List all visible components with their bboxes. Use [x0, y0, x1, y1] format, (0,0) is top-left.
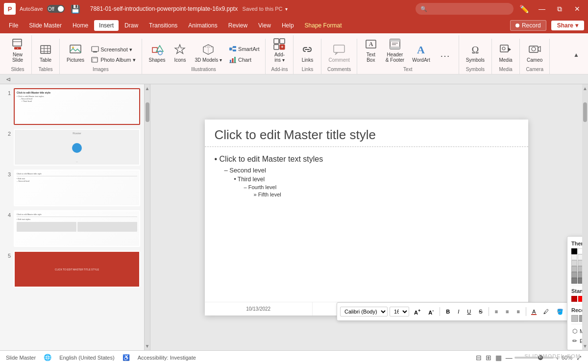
slide-content[interactable]: • Click to edit Master text styles – Sec…	[205, 147, 528, 207]
underline-button[interactable]: U	[464, 307, 474, 316]
close-button[interactable]: ✕	[570, 2, 584, 16]
search-bar[interactable]: 🔍	[416, 3, 514, 15]
slide-title[interactable]: Click to edit Master title style	[205, 120, 528, 147]
textbox-button[interactable]: A TextBox	[361, 35, 381, 65]
new-slide-button[interactable]: ▾ NewSlide	[8, 35, 27, 65]
symbols-button[interactable]: Ω Symbols	[463, 41, 488, 65]
align-right-button[interactable]: ≡	[514, 307, 522, 316]
tc-4-0[interactable]	[571, 272, 577, 278]
view-grid-button[interactable]: ⊞	[486, 354, 491, 362]
cameo-button[interactable]: Cameo	[524, 41, 545, 65]
align-left-button[interactable]: ≡	[492, 307, 501, 316]
font-size-select[interactable]: 16	[390, 307, 409, 316]
collapse-panel-button[interactable]: ⊲	[4, 75, 13, 84]
record-button[interactable]: Record	[510, 20, 546, 31]
ribbon-collapse-button[interactable]: ▲	[570, 49, 582, 60]
shapes-button[interactable]: Shapes	[146, 41, 169, 65]
font-size-decrease-button[interactable]: A-	[425, 307, 437, 317]
menu-insert[interactable]: Insert	[94, 20, 119, 31]
tc-1-1[interactable]	[578, 254, 582, 260]
theme-color-grid	[571, 248, 582, 284]
tc-5-0[interactable]	[571, 278, 577, 284]
menu-transitions[interactable]: Transitions	[144, 20, 182, 31]
photo-album-button[interactable]: Photo Album ▾	[89, 55, 137, 65]
align-center-button[interactable]: ≡	[503, 307, 512, 316]
slide-thumbnail-3[interactable]: 3 Click to edit Master title style • Edi…	[4, 170, 140, 206]
eyedropper-button[interactable]: ✏ Eyedropper	[571, 336, 582, 346]
font-size-increase-button[interactable]: A+	[411, 307, 423, 317]
menu-home[interactable]: Home	[68, 20, 93, 31]
3d-models-button[interactable]: 3D Models ▾	[192, 41, 225, 65]
menu-file[interactable]: File	[4, 20, 23, 31]
menu-shape-format[interactable]: Shape Format	[300, 20, 347, 31]
font-color-button[interactable]: A	[529, 307, 539, 316]
strikethrough-button[interactable]: S	[476, 307, 485, 316]
media-button[interactable]: Media	[496, 41, 515, 65]
tc-1-0[interactable]	[571, 254, 577, 260]
tc-2-1[interactable]	[578, 260, 582, 266]
links-button[interactable]: Links	[297, 41, 317, 65]
autosave-toggle[interactable]: Off	[47, 5, 65, 13]
menu-animations[interactable]: Animations	[183, 20, 222, 31]
table-button[interactable]: Table	[36, 41, 55, 65]
bold-button[interactable]: B	[443, 307, 453, 316]
svg-rect-11	[92, 47, 98, 51]
slide-thumbnail-1[interactable]: 1 Click to edit Master title style • Cli…	[4, 88, 140, 125]
view-normal-button[interactable]: ⊟	[476, 354, 482, 362]
slide-thumb-content-4[interactable]: Click to edit Master title style • Edit …	[14, 210, 140, 247]
pen-button[interactable]: ✏️	[517, 2, 531, 16]
slide-panel-scrollbar-thumb[interactable]	[146, 102, 149, 122]
menu-review[interactable]: Review	[223, 20, 252, 31]
editor-scrollbar[interactable]: ▲ ▼	[582, 84, 588, 350]
wordart-button[interactable]: A WordArt	[409, 41, 433, 65]
slide-thumb-content-3[interactable]: Click to edit Master title style • Edit …	[14, 170, 140, 206]
tc-3-1[interactable]	[578, 266, 582, 272]
chart-button[interactable]: Chart	[227, 55, 261, 65]
slide-thumbnail-4[interactable]: 4 Click to edit Master title style • Edi…	[4, 210, 140, 247]
theme-color-white[interactable]	[578, 248, 582, 254]
text-more-button[interactable]: ⋯	[435, 47, 455, 65]
minimize-button[interactable]: —	[535, 2, 549, 16]
editor-scrollbar-thumb[interactable]	[583, 102, 587, 122]
slide-num-2: 2	[4, 131, 11, 137]
paint-bucket-button[interactable]: 🪣	[554, 307, 566, 316]
menu-slide-master[interactable]: Slide Master	[24, 20, 67, 31]
accessibility-icon: ♿	[122, 354, 130, 361]
slide-thumbnail-2[interactable]: 2 Roster —	[4, 129, 140, 166]
recent-c1[interactable]	[579, 315, 582, 322]
icons-button[interactable]: Icons	[170, 41, 190, 65]
menu-draw[interactable]: Draw	[120, 20, 143, 31]
ribbon-group-images: Pictures Screenshot ▾ Photo Album ▾ Imag…	[60, 39, 142, 74]
header-footer-button[interactable]: Header& Footer	[383, 35, 407, 65]
std-c0[interactable]	[571, 296, 577, 302]
more-colors-button[interactable]: ⬡ More Colors...	[571, 326, 582, 336]
tc-2-0[interactable]	[571, 260, 577, 266]
tc-5-1[interactable]	[578, 278, 582, 284]
save-button[interactable]: 💾	[69, 2, 82, 16]
slide-panel-scrollbar[interactable]: ▲ ▼	[145, 84, 150, 350]
pictures-button[interactable]: Pictures	[64, 41, 87, 65]
slide-thumbnail-5[interactable]: 5 CLICK TO EDIT MASTER TITLE STYLE	[4, 251, 140, 288]
slide-canvas[interactable]: Click to edit Master title style • Click…	[205, 120, 528, 315]
comment-button[interactable]: Comment	[325, 41, 352, 65]
theme-color-black[interactable]	[571, 248, 577, 254]
tc-4-1[interactable]	[578, 272, 582, 278]
recent-c0[interactable]	[571, 315, 578, 322]
italic-button[interactable]: I	[455, 307, 462, 316]
menu-help[interactable]: Help	[277, 20, 299, 31]
restore-button[interactable]: ⧉	[553, 2, 566, 16]
slide-thumb-content-5[interactable]: CLICK TO EDIT MASTER TITLE STYLE	[14, 251, 140, 288]
addins-button[interactable]: + Add-ins ▾	[270, 35, 289, 65]
std-c1[interactable]	[578, 296, 582, 302]
highlight-button[interactable]: 🖊	[540, 307, 552, 316]
menu-view[interactable]: View	[253, 20, 276, 31]
slide-thumb-content-2[interactable]: Roster —	[14, 129, 140, 166]
tc-3-0[interactable]	[571, 266, 577, 272]
share-button[interactable]: Share ▾	[551, 21, 584, 30]
font-family-select[interactable]: Calibri (Body)	[340, 307, 388, 316]
view-reading-button[interactable]: ▦	[495, 354, 502, 362]
slide-thumb-content-1[interactable]: Click to edit Master title style • Click…	[14, 88, 140, 125]
smartart-button[interactable]: SmartArt	[227, 44, 261, 54]
zoom-minus-button[interactable]: —	[506, 354, 513, 362]
screenshot-button[interactable]: Screenshot ▾	[89, 45, 137, 54]
